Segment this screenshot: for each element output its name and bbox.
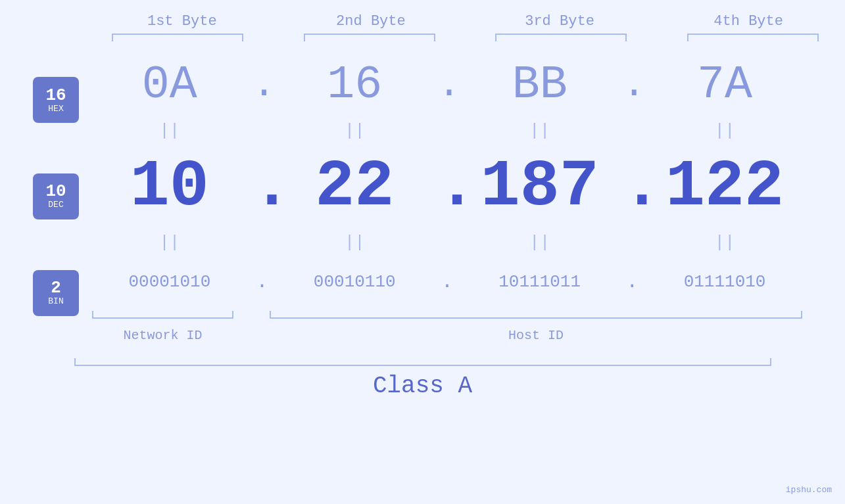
class-label: Class A bbox=[61, 373, 785, 400]
equals-8: || bbox=[652, 233, 797, 252]
equals-4: || bbox=[652, 121, 797, 141]
top-bracket-4 bbox=[687, 34, 819, 41]
bin-dot-1: . bbox=[253, 271, 272, 293]
bin-badge-num: 2 bbox=[51, 279, 61, 296]
bin-val-4: 01111010 bbox=[652, 272, 797, 292]
dec-badge-base: DEC bbox=[48, 200, 63, 210]
hex-val-3: BB bbox=[468, 59, 612, 111]
class-section: Class A bbox=[61, 358, 785, 400]
network-id-label: Network ID bbox=[92, 328, 233, 343]
dec-dot-3: . bbox=[622, 150, 642, 224]
hex-val-4: 7A bbox=[652, 59, 797, 111]
bottom-brackets bbox=[85, 311, 809, 323]
dec-val-1: 10 bbox=[97, 150, 242, 224]
dec-badge: 10 DEC bbox=[33, 173, 79, 219]
bin-dot-2: . bbox=[437, 271, 457, 293]
class-bracket bbox=[74, 358, 771, 366]
bin-badge: 2 BIN bbox=[33, 270, 79, 316]
top-bracket-3 bbox=[495, 34, 627, 41]
bin-badge-base: BIN bbox=[48, 296, 63, 306]
hex-dot-2: . bbox=[437, 62, 457, 107]
equals-7: || bbox=[468, 233, 612, 252]
dec-badge-num: 10 bbox=[45, 183, 66, 200]
hex-badge: 16 HEX bbox=[33, 77, 79, 123]
hex-val-1: 0A bbox=[97, 59, 242, 111]
equals-5: || bbox=[97, 233, 242, 252]
byte2-header: 2nd Byte bbox=[299, 13, 443, 30]
equals-3: || bbox=[468, 121, 612, 141]
equals-row-2: || || || || bbox=[85, 229, 809, 256]
watermark: ipshu.com bbox=[786, 485, 832, 495]
dec-val-2: 22 bbox=[282, 150, 427, 224]
equals-1: || bbox=[97, 121, 242, 141]
hex-badge-num: 16 bbox=[45, 87, 66, 104]
equals-2: || bbox=[282, 121, 427, 141]
top-bracket-1 bbox=[112, 34, 243, 41]
dec-val-4: 122 bbox=[652, 150, 797, 224]
byte4-header: 4th Byte bbox=[676, 13, 821, 30]
dec-row: 10 . 22 . 187 . 122 bbox=[85, 144, 809, 229]
byte1-header: 1st Byte bbox=[110, 13, 254, 30]
hex-badge-base: HEX bbox=[48, 104, 63, 114]
dec-dot-2: . bbox=[437, 150, 457, 224]
bin-row: 00001010 . 00010110 . 10111011 . 0111101… bbox=[85, 256, 809, 308]
id-labels-row: Network ID Host ID bbox=[85, 328, 809, 352]
dec-val-3: 187 bbox=[468, 150, 612, 224]
hex-row: 0A . 16 . BB . 7A bbox=[85, 52, 809, 118]
bin-val-3: 10111011 bbox=[468, 272, 612, 292]
host-bracket bbox=[270, 311, 802, 319]
equals-6: || bbox=[282, 233, 427, 252]
bin-val-2: 00010110 bbox=[282, 272, 427, 292]
equals-row-1: || || || || bbox=[85, 118, 809, 144]
dec-dot-1: . bbox=[253, 150, 272, 224]
network-bracket bbox=[92, 311, 233, 319]
byte3-header: 3rd Byte bbox=[487, 13, 632, 30]
main-container: 1st Byte 2nd Byte 3rd Byte 4th Byte 16 H… bbox=[0, 0, 845, 504]
bin-dot-3: . bbox=[622, 271, 642, 293]
hex-val-2: 16 bbox=[282, 59, 427, 111]
hex-dot-1: . bbox=[253, 62, 272, 107]
host-id-label: Host ID bbox=[270, 328, 802, 343]
hex-dot-3: . bbox=[622, 62, 642, 107]
bin-val-1: 00001010 bbox=[97, 272, 242, 292]
top-bracket-2 bbox=[304, 34, 435, 41]
